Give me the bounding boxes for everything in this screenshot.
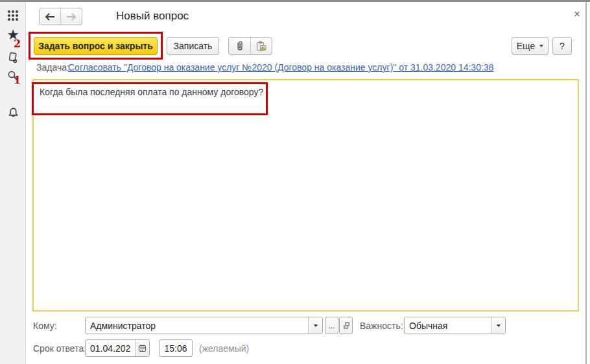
deadline-label: Срок ответа: <box>33 343 86 354</box>
importance-combobox <box>404 317 506 334</box>
deadline-date-input[interactable] <box>86 340 135 356</box>
task-label: Задача: <box>36 62 69 73</box>
back-button[interactable] <box>40 8 60 25</box>
nav-history-group <box>39 8 82 25</box>
attach-paperclip-icon[interactable] <box>229 38 250 54</box>
deadline-hint: (желаемый) <box>199 343 249 354</box>
calendar-icon <box>138 344 147 352</box>
recipient-input[interactable] <box>86 317 308 334</box>
left-toolbar: ★ 2 1 <box>0 2 26 364</box>
favorites-star-icon[interactable]: ★ <box>0 28 26 41</box>
main-menu-grid-icon[interactable] <box>0 9 26 22</box>
recipient-combobox <box>85 317 323 334</box>
chevron-down-icon <box>314 324 318 327</box>
history-scroll-icon[interactable] <box>0 51 26 64</box>
new-question-window: ★ 2 1 <box>0 0 590 364</box>
notifications-bell-icon[interactable] <box>0 106 26 120</box>
close-icon[interactable]: × <box>570 7 584 21</box>
forward-button[interactable] <box>60 8 82 25</box>
calendar-picker-button[interactable] <box>135 340 149 356</box>
importance-input[interactable] <box>405 317 491 334</box>
recipient-dropdown-button[interactable] <box>308 317 322 334</box>
question-textarea[interactable]: Когда была последняя оплата по данному д… <box>32 79 579 312</box>
recipient-open-button[interactable] <box>339 317 353 334</box>
importance-dropdown-button[interactable] <box>491 317 505 334</box>
recipient-choose-button[interactable]: ... <box>325 317 338 334</box>
paste-image-icon[interactable] <box>250 38 272 54</box>
recipient-label: Кому: <box>33 321 57 331</box>
deadline-time-input[interactable] <box>159 340 192 356</box>
save-button[interactable]: Записать <box>167 37 219 55</box>
more-button[interactable]: Еще <box>512 37 549 55</box>
more-button-label: Еще <box>517 41 536 51</box>
deadline-date-field <box>85 339 150 357</box>
ask-and-close-button[interactable]: Задать вопрос и закрыть <box>34 37 158 55</box>
annotation-number-1: 1 <box>14 75 21 85</box>
window-top-edge <box>0 0 590 2</box>
page-title: Новый вопрос <box>116 10 189 23</box>
window-right-edge <box>585 2 587 364</box>
importance-label: Важность: <box>360 321 403 331</box>
question-text: Когда была последняя оплата по данному д… <box>40 87 263 97</box>
search-icon[interactable] <box>0 69 26 82</box>
chevron-down-icon <box>497 324 501 327</box>
chevron-down-icon <box>539 45 543 47</box>
attachment-group <box>228 37 272 55</box>
deadline-time-field <box>159 339 193 357</box>
annotation-number-2: 2 <box>14 39 21 49</box>
task-link[interactable]: Согласовать "Договор на оказание услуг №… <box>68 62 493 73</box>
help-button[interactable]: ? <box>552 37 572 55</box>
open-form-icon <box>342 321 350 330</box>
